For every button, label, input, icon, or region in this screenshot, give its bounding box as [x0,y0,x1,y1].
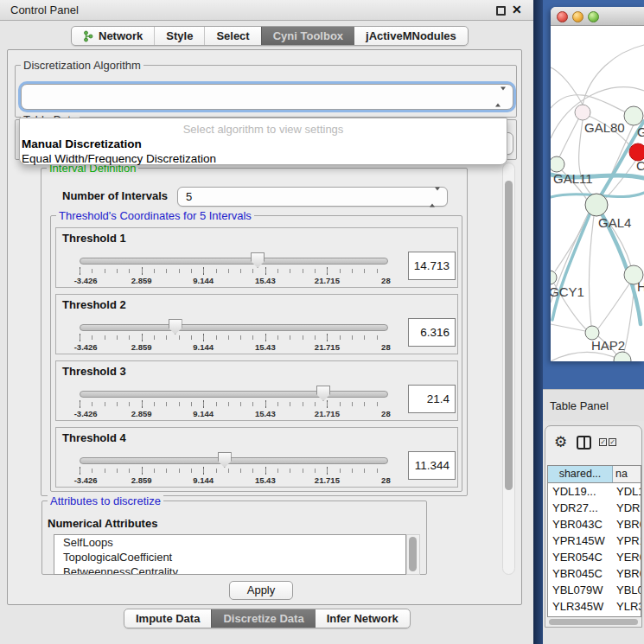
tab-jactivemnodules[interactable]: jActiveMNodules [354,27,468,45]
popup-option-equal-width[interactable]: Equal Width/Frequency Discretization [22,152,216,165]
bottom-tab-strip: Impute Data Discretize Data Infer Networ… [124,609,411,628]
node-gal11[interactable] [551,156,564,172]
node-label-gcy1: GCY1 [551,284,584,299]
combo-value: 5 [186,190,192,203]
cell[interactable]: YIL0 [613,615,641,617]
cell[interactable]: YBL0 [613,582,641,598]
table-row[interactable]: YIL052CYIL0 [548,615,641,617]
tab-infer-network[interactable]: Infer Network [316,609,410,628]
network-canvas[interactable]: GAL80 GA C GAL11 GAL4 GCY1 H HAP2 [551,26,644,361]
cell[interactable]: YER054C [548,549,613,565]
threshold-3-slider-thumb[interactable] [316,386,330,401]
network-view-window: GAL80 GA C GAL11 GAL4 GCY1 H HAP2 [551,7,644,361]
cell[interactable]: YBR0 [613,565,641,582]
tick-labels: -3.426 2.859 9.144 15.43 21.715 28 [80,342,389,353]
tick-label: 28 [381,409,391,418]
cell[interactable]: YDR27... [548,500,613,516]
zoom-traffic-light-icon[interactable] [588,11,599,22]
table-row[interactable]: YDR27...YDR2 [548,500,641,516]
cell[interactable]: YIL052C [548,615,613,617]
select-columns-icon[interactable] [577,436,591,450]
cell[interactable]: YDR2 [613,500,641,516]
table-row[interactable]: YPR145WYPR1 [548,532,641,549]
list-item[interactable]: SelfLoops [54,535,405,550]
threshold-row-2: Threshold 2 -3.426 2.859 9.144 15.43 21.… [55,294,458,354]
tab-cyni-toolbox[interactable]: Cyni Toolbox [261,27,354,45]
minimize-traffic-light-icon[interactable] [572,11,583,22]
tick-labels: -3.426 2.859 9.144 15.43 21.715 28 [80,409,389,419]
scrollbar-thumb[interactable] [505,181,513,490]
cell[interactable]: YPR1 [613,532,641,549]
tick-label: 28 [381,342,391,352]
table-panel-titlebar: Table Panel [543,389,644,421]
node-top-right[interactable] [624,106,643,125]
tab-discretize-data[interactable]: Discretize Data [211,609,315,628]
close-icon[interactable]: ✕ [512,3,522,16]
cell[interactable]: YBR0 [613,516,641,532]
threshold-2-value[interactable]: 6.316 [408,318,456,347]
panel-divider[interactable] [533,0,543,644]
checkbox-icon[interactable]: ✓ [609,438,616,446]
cell[interactable]: YLR3 [613,598,641,615]
cell[interactable]: YDL1 [613,483,641,500]
tab-label: Select [216,29,249,42]
scrollbar-thumb[interactable] [549,619,638,625]
node-gal80[interactable] [575,105,590,120]
tick-label: 2.859 [131,475,152,485]
apply-button[interactable]: Apply [229,581,293,600]
threshold-row-3: Threshold 3 -3.426 2.859 9.144 15.43 21.… [55,360,458,421]
cell[interactable]: YDL19... [548,483,613,500]
num-intervals-combo[interactable]: 5 [177,187,448,207]
algorithm-combo[interactable] [21,84,513,110]
table-row[interactable]: YBR043CYBR0 [548,516,641,532]
node-label-gal80: GAL80 [584,120,625,135]
node-table: shared... na YDL19...YDL1 YDR27...YDR2 Y… [547,465,641,617]
list-item[interactable]: TopologicalCoefficient [54,550,405,564]
float-window-icon[interactable] [496,6,506,16]
tab-network[interactable]: Network [72,27,154,45]
cell[interactable]: YBR043C [548,516,613,532]
table-row[interactable]: YDL19...YDL1 [548,483,641,500]
gear-icon[interactable]: ⚙ [554,433,567,451]
threshold-1-value[interactable]: 14.713 [408,252,456,280]
table-row[interactable]: YER054CYER0 [548,549,641,565]
attribute-list[interactable]: SelfLoops TopologicalCoefficient Between… [54,534,406,575]
node-label-gal4: GAL4 [598,215,631,230]
cell[interactable]: YBR045C [548,565,613,582]
cell[interactable]: YLR345W [548,598,613,615]
threshold-3-value[interactable]: 21.4 [408,385,456,413]
tab-label: Infer Network [327,612,399,625]
tick-label: 15.43 [255,276,276,285]
table-row[interactable]: YLR345WYLR3 [548,598,641,615]
tab-label: Style [166,29,193,42]
close-traffic-light-icon[interactable] [557,11,568,22]
node-gal4[interactable] [585,194,608,216]
attribute-list-scrollbar[interactable] [406,534,420,575]
cell[interactable]: YBL079W [548,582,613,598]
node-gcy1[interactable] [551,271,557,284]
table-row[interactable]: YBR045CYBR0 [548,565,641,582]
table-horizontal-scrollbar[interactable] [547,618,641,626]
tab-impute-data[interactable]: Impute Data [124,609,211,628]
column-header-shared-name[interactable]: shared... [548,466,613,482]
network-window-titlebar[interactable] [551,7,644,26]
list-item[interactable]: BetweennessCentrality [54,564,405,575]
column-header-name[interactable]: na [613,466,641,482]
checkbox-icon[interactable]: ✓ [599,438,607,446]
threshold-2-slider-thumb[interactable] [169,319,182,335]
popup-option-manual[interactable]: Manual Discretization [22,137,142,150]
table-row[interactable]: YBL079WYBL0 [548,582,641,598]
node-bottom-partial[interactable] [614,352,631,361]
cell[interactable]: YER0 [613,549,641,565]
scrollbar-thumb[interactable] [409,537,417,571]
tab-select[interactable]: Select [204,27,260,45]
settings-vertical-scrollbar[interactable] [502,163,515,575]
threshold-4-value[interactable]: 11.344 [408,451,456,480]
cyni-toolbox-panel: Discretization Algorithm Table Data galF… [7,49,522,605]
threshold-4-slider-thumb[interactable] [218,452,232,468]
cell[interactable]: YPR145W [548,532,613,549]
tick-label: -3.426 [74,342,98,352]
tab-label: Discretize Data [223,612,303,625]
tab-style[interactable]: Style [154,27,204,45]
threshold-1-slider-thumb[interactable] [251,252,265,268]
